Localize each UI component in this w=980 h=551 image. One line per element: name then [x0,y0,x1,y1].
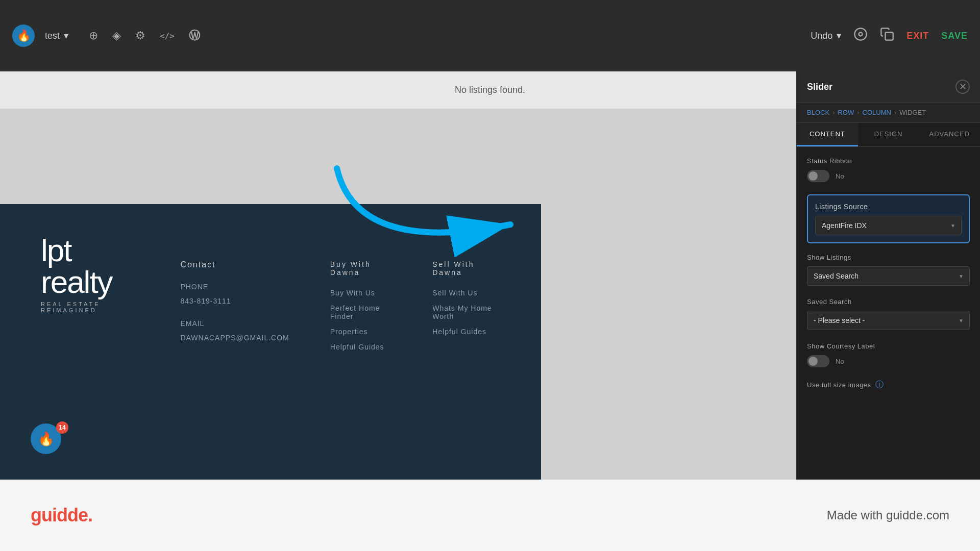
footer-buy-col: Buy With Dawna Buy With Us Perfect Home … [330,260,391,449]
show-listings-select[interactable]: Saved Search Featured Listings All Listi… [807,266,970,286]
bottom-bar: guidde. Made with guidde.com [0,480,980,551]
tab-content[interactable]: CONTENT [797,123,858,146]
show-courtesy-label: Show Courtesy Label [807,342,970,350]
project-selector[interactable]: test ▾ [45,30,68,41]
email-value: DAWNACAPPS@GMAIL.COM [180,331,289,345]
footer-sell-col: Sell With Dawna Sell With Us Whats My Ho… [432,260,500,449]
breadcrumb-block[interactable]: BLOCK [807,109,829,116]
status-ribbon-toggle-row: No [807,170,970,182]
preview-icon[interactable] [853,27,868,44]
no-listings-text: No listings found. [455,85,525,95]
phone-value: 843-819-3111 [180,294,289,308]
breadcrumb-sep-1: › [832,109,835,116]
listings-source-select[interactable]: AgentFire IDX Manual Featured [815,216,962,235]
tab-advanced-label: ADVANCED [929,130,970,138]
show-listings-select-wrapper: Saved Search Featured Listings All Listi… [807,266,970,286]
panel-body: Status Ribbon No Listings Source AgentFi… [797,147,980,480]
status-ribbon-label: Status Ribbon [807,157,970,165]
listings-source-select-wrapper: AgentFire IDX Manual Featured [815,216,962,235]
saved-search-section: Saved Search - Please select - [807,298,970,330]
close-icon: ✕ [959,81,967,92]
breadcrumb-column[interactable]: COLUMN [863,109,891,116]
layers-icon[interactable]: ◈ [112,29,121,42]
show-courtesy-toggle[interactable] [807,355,829,367]
exit-button[interactable]: EXIT [906,31,929,41]
list-item[interactable]: Buy With Us [330,289,391,297]
made-with-text: Made with guidde.com [827,508,949,522]
saved-search-select[interactable]: - Please select - [807,311,970,330]
help-icon[interactable]: ⓘ [875,380,884,390]
footer-columns: Contact PHONE 843-819-3111 EMAIL DAWNACA… [180,260,500,449]
sell-col-heading: Sell With Dawna [432,260,500,277]
guidde-logo: guidde. [31,505,92,526]
tab-design-label: DESIGN [874,130,903,138]
tab-content-label: CONTENT [810,130,845,138]
add-icon[interactable]: ⊕ [89,29,98,42]
show-courtesy-toggle-value: No [836,358,844,365]
copy-icon[interactable] [880,27,894,44]
wordpress-icon[interactable]: Ⓦ [189,28,200,43]
undo-label: Undo [811,31,832,41]
tab-advanced[interactable]: ADVANCED [919,123,980,146]
top-toolbar: 🔥 test ▾ ⊕ ◈ ⚙ </> Ⓦ Undo ▾ EXIT SAVE [0,0,980,71]
breadcrumb-row[interactable]: ROW [838,109,854,116]
project-name: test [45,31,60,41]
saved-search-label: Saved Search [807,298,970,306]
list-item[interactable]: Helpful Guides [330,343,391,351]
svg-point-0 [855,28,867,40]
phone-label: PHONE [180,280,289,294]
listings-source-label: Listings Source [815,203,962,211]
use-full-size-label: Use full size images [807,381,871,389]
list-item[interactable]: Properties [330,328,391,336]
breadcrumb-sep-2: › [857,109,859,116]
footer-contact-col: Contact PHONE 843-819-3111 EMAIL DAWNACA… [180,260,289,449]
notification-count: 14 [56,421,68,434]
show-listings-section: Show Listings Saved Search Featured List… [807,254,970,286]
panel-tabs: CONTENT DESIGN ADVANCED [797,123,980,147]
slider-panel: Slider ✕ BLOCK › ROW › COLUMN › WIDGET C… [796,71,980,480]
show-courtesy-toggle-row: No [807,355,970,367]
panel-breadcrumb: BLOCK › ROW › COLUMN › WIDGET [797,103,980,123]
use-full-size-section: Use full size images ⓘ [807,380,970,390]
undo-arrow: ▾ [837,30,841,41]
buy-col-heading: Buy With Dawna [330,260,391,277]
show-listings-label: Show Listings [807,254,970,261]
status-ribbon-toggle[interactable] [807,170,829,182]
email-label: EMAIL [180,316,289,331]
topbar-right: Undo ▾ EXIT SAVE [811,27,968,44]
toolbar-icons: ⊕ ◈ ⚙ </> Ⓦ [89,28,200,43]
undo-button[interactable]: Undo ▾ [811,30,841,41]
list-item[interactable]: Helpful Guides [432,328,500,336]
sell-col-list: Sell With Us Whats My Home Worth Helpful… [432,289,500,336]
footer-logo: lpt realty REAL ESTATE REIMAGINED [41,235,150,313]
buy-col-list: Buy With Us Perfect Home Finder Properti… [330,289,391,351]
saved-search-select-wrapper: - Please select - [807,311,970,330]
breadcrumb-sep-3: › [894,109,896,116]
guidde-logo-text: guidde. [31,505,92,525]
notification-badge[interactable]: 🔥 14 [31,423,66,459]
project-dropdown-arrow: ▾ [64,30,68,41]
save-button[interactable]: SAVE [941,31,968,41]
listings-source-section: Listings Source AgentFire IDX Manual Fea… [807,194,970,243]
settings-icon[interactable]: ⚙ [135,29,145,42]
list-item[interactable]: Whats My Home Worth [432,304,500,320]
main-canvas: No listings found. lpt realty REAL ESTAT… [0,71,980,480]
panel-close-button[interactable]: ✕ [955,80,970,94]
breadcrumb-widget: WIDGET [899,109,926,116]
footer-logo-sub: REAL ESTATE REIMAGINED [41,301,150,313]
svg-point-1 [859,33,863,36]
app-logo-icon[interactable]: 🔥 [12,24,35,47]
footer-section: lpt realty REAL ESTATE REIMAGINED Contac… [0,204,541,480]
panel-title: Slider [807,82,832,92]
tab-design[interactable]: DESIGN [858,123,919,146]
status-ribbon-toggle-value: No [836,172,844,180]
list-item[interactable]: Perfect Home Finder [330,304,391,320]
svg-rect-2 [886,33,893,40]
list-item[interactable]: Sell With Us [432,289,500,297]
code-icon[interactable]: </> [160,31,175,41]
status-ribbon-section: Status Ribbon No [807,157,970,182]
show-courtesy-section: Show Courtesy Label No [807,342,970,367]
contact-heading: Contact [180,260,289,269]
footer-logo-text: lpt realty [41,235,150,298]
panel-header: Slider ✕ [797,71,980,103]
